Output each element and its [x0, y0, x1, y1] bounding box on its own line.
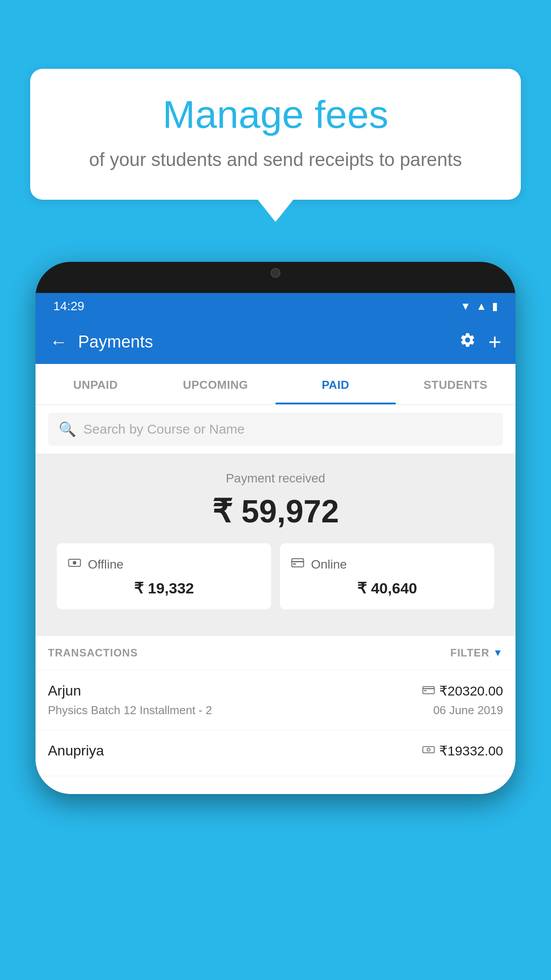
online-card-header: Online: [291, 556, 484, 573]
tabs-bar: UNPAID UPCOMING PAID STUDENTS: [35, 364, 516, 405]
phone-container: 14:29 ▼ ▲ ▮ ← Payments + UNPAID: [35, 262, 516, 794]
phone-bottom: [35, 776, 516, 794]
search-bar-container: 🔍 Search by Course or Name: [35, 405, 516, 454]
search-icon: 🔍: [59, 421, 76, 438]
bubble-subtitle: of your students and send receipts to pa…: [57, 147, 494, 173]
tab-upcoming[interactable]: UPCOMING: [156, 364, 276, 404]
search-placeholder-text: Search by Course or Name: [83, 422, 245, 437]
status-bar: 14:29 ▼ ▲ ▮: [35, 293, 516, 320]
status-icons: ▼ ▲ ▮: [460, 300, 498, 312]
app-bar-actions: +: [459, 331, 501, 353]
transaction-amount: ₹20320.00: [439, 683, 503, 699]
settings-icon[interactable]: [459, 332, 476, 352]
speech-bubble-container: Manage fees of your students and send re…: [30, 69, 521, 222]
notch: [236, 262, 315, 284]
transaction-name: Arjun: [48, 683, 81, 699]
search-input[interactable]: 🔍 Search by Course or Name: [48, 413, 503, 446]
transactions-label: TRANSACTIONS: [48, 647, 138, 659]
offline-icon: [67, 556, 82, 573]
signal-icon: ▲: [476, 300, 487, 312]
speech-bubble-arrow: [258, 200, 293, 222]
back-button[interactable]: ←: [50, 332, 67, 352]
svg-rect-3: [292, 559, 304, 567]
bubble-title: Manage fees: [57, 93, 494, 136]
add-icon[interactable]: +: [488, 331, 501, 353]
svg-rect-5: [293, 563, 296, 565]
transaction-top-row: Arjun ₹20320.00: [48, 683, 503, 699]
transaction-name: Anupriya: [48, 743, 104, 759]
offline-payment-card: Offline ₹ 19,332: [57, 543, 271, 609]
payment-received-label: Payment received: [46, 471, 505, 486]
filter-text: FILTER: [450, 647, 489, 659]
online-label: Online: [311, 557, 347, 572]
online-amount: ₹ 40,640: [291, 579, 484, 597]
battery-icon: ▮: [492, 300, 498, 312]
transaction-date: 06 June 2019: [433, 703, 503, 717]
svg-rect-8: [424, 690, 426, 691]
offline-amount: ₹ 19,332: [67, 579, 260, 597]
online-payment-card: Online ₹ 40,640: [280, 543, 494, 609]
transaction-course: Physics Batch 12 Installment - 2: [48, 703, 212, 717]
transaction-row[interactable]: Anupriya ₹19332.00: [35, 730, 516, 776]
tab-unpaid[interactable]: UNPAID: [35, 364, 156, 404]
payment-received-section: Payment received ₹ 59,972: [35, 454, 516, 636]
transaction-amount-container: ₹20320.00: [422, 683, 503, 699]
payment-cards-row: Offline ₹ 19,332: [46, 543, 505, 623]
svg-rect-9: [423, 747, 434, 753]
online-icon: [291, 556, 305, 573]
phone-top: [35, 262, 516, 293]
transaction-top-row: Anupriya ₹19332.00: [48, 743, 503, 759]
transaction-mode-icon: [422, 684, 435, 698]
transactions-header: TRANSACTIONS FILTER ▼: [35, 636, 516, 670]
payment-received-amount: ₹ 59,972: [46, 493, 505, 530]
offline-label: Offline: [88, 557, 123, 572]
phone-mockup: 14:29 ▼ ▲ ▮ ← Payments + UNPAID: [35, 262, 516, 794]
filter-icon: ▼: [493, 647, 503, 659]
app-bar-title: Payments: [78, 332, 449, 352]
transaction-amount: ₹19332.00: [439, 743, 503, 759]
filter-button[interactable]: FILTER ▼: [450, 647, 503, 659]
transaction-row[interactable]: Arjun ₹20320.00: [35, 670, 516, 730]
offline-card-header: Offline: [67, 556, 260, 573]
app-content: 🔍 Search by Course or Name Payment recei…: [35, 405, 516, 776]
tab-students[interactable]: STUDENTS: [396, 364, 516, 404]
transaction-amount-container: ₹19332.00: [422, 743, 503, 759]
camera: [271, 268, 280, 278]
app-bar: ← Payments +: [35, 320, 516, 364]
svg-point-1: [73, 561, 76, 565]
transaction-bottom-row: Physics Batch 12 Installment - 2 06 June…: [48, 703, 503, 717]
wifi-icon: ▼: [460, 300, 471, 312]
transaction-mode-icon-offline: [422, 744, 435, 758]
svg-point-10: [427, 748, 430, 751]
tab-paid[interactable]: PAID: [276, 364, 396, 404]
status-time: 14:29: [53, 299, 84, 313]
speech-bubble: Manage fees of your students and send re…: [30, 69, 521, 200]
